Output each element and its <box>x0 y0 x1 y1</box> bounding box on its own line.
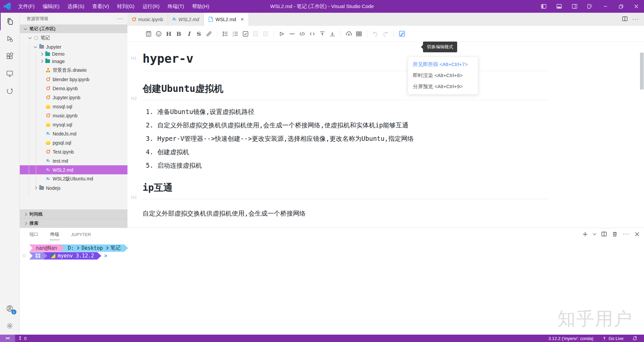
bullet-list-icon[interactable] <box>220 29 230 39</box>
terminal-dropdown-icon[interactable] <box>593 233 596 235</box>
close-button[interactable] <box>629 0 644 13</box>
python-interpreter-status[interactable]: 3.12.2 ('myenv': conda) <box>546 335 596 342</box>
menu-run[interactable]: 运行(R) <box>139 2 163 11</box>
close-panel-icon[interactable] <box>635 232 639 236</box>
h2-gutter-label: H2 <box>131 96 137 101</box>
split-terminal-icon[interactable] <box>601 232 607 236</box>
terminal-content[interactable]: nan@Nan D:Desktop笔记 myenv 3.12.2 > <box>20 240 644 260</box>
menu-view[interactable]: 查看(V) <box>89 2 112 11</box>
kill-terminal-icon[interactable] <box>612 232 617 237</box>
table-icon[interactable] <box>354 29 364 39</box>
insert-before-icon[interactable] <box>317 29 327 39</box>
path-separator-icon <box>60 244 64 252</box>
workspace-row[interactable]: 笔记 (工作区) <box>20 24 127 33</box>
prompt-chevron-icon: > <box>104 252 107 259</box>
prompt-path-segment: D:Desktop笔记 <box>64 244 124 252</box>
broadcast-icon <box>602 336 607 341</box>
dropdown-item-wysiwyg[interactable]: 所见即所得 <Alt+Ctrl+7> <box>408 59 478 70</box>
menu-file[interactable]: 文件(F) <box>15 2 38 11</box>
root-folder-icon <box>34 36 38 40</box>
code-block-icon[interactable] <box>297 29 307 39</box>
dropdown-item-ir[interactable]: 即时渲染 <Alt+Ctrl+8> <box>408 70 478 81</box>
panel-more-icon[interactable]: ··· <box>623 231 629 237</box>
explorer-icon[interactable] <box>0 13 20 30</box>
undo-icon[interactable] <box>370 29 380 39</box>
tab-ports[interactable]: 端口 <box>29 228 39 240</box>
insert-after-icon[interactable] <box>327 29 337 39</box>
upload-icon[interactable] <box>344 29 354 39</box>
ordered-list: 准备Ubuntu镜像,设置虚拟机路径 自定义外部虚拟交换机供虚拟机使用,会生成一… <box>157 108 549 170</box>
indent-guide <box>36 51 36 187</box>
menu-help[interactable]: 帮助(H) <box>189 2 213 11</box>
quote-icon[interactable] <box>277 29 287 39</box>
sidebar-more-icon[interactable]: ··· <box>117 16 123 22</box>
remote-indicator[interactable]: >< <box>0 335 15 342</box>
ipynb-icon <box>46 114 50 117</box>
ordered-list-icon[interactable]: 123 <box>230 29 240 39</box>
svg-text:3: 3 <box>233 35 234 37</box>
menu-goto[interactable]: 转到(G) <box>114 2 138 11</box>
run-debug-icon[interactable] <box>0 30 20 48</box>
editor-more-icon[interactable]: ··· <box>632 16 639 22</box>
tab-close-icon[interactable]: × <box>240 16 244 23</box>
tab-terminal[interactable]: 终端 <box>50 228 60 240</box>
markdown-toolbar: H B I S 123 <box>127 26 644 42</box>
tab-wsl2-md-active[interactable]: WSL2.md× <box>204 13 249 26</box>
remote-explorer-icon[interactable] <box>0 65 20 82</box>
indent-icon[interactable] <box>261 29 271 39</box>
bell-icon <box>632 336 637 341</box>
ports-status[interactable]: 0 <box>15 335 29 342</box>
timeline-section[interactable]: 时间线 <box>20 210 127 219</box>
layout-secondary-sidebar-icon[interactable] <box>567 0 582 13</box>
checklist-icon[interactable] <box>240 29 251 39</box>
save-icon[interactable] <box>144 29 154 39</box>
layout-customize-icon[interactable] <box>582 0 598 13</box>
notifications-bell[interactable] <box>630 335 640 342</box>
tree-item-folder[interactable]: Jupyter <box>20 42 127 51</box>
jupyter-icon[interactable] <box>0 82 20 100</box>
go-live-status[interactable]: Go Live <box>599 335 626 342</box>
layout-sidebar-toggle-icon[interactable] <box>536 0 551 13</box>
emoji-icon[interactable] <box>154 29 164 39</box>
title-bar: 文件(F) 编辑(E) 选择(S) 查看(V) 转到(G) 运行(R) 终端(T… <box>0 0 644 13</box>
new-terminal-icon[interactable] <box>583 232 588 237</box>
sql-icon <box>46 123 50 127</box>
line-icon[interactable] <box>287 29 297 39</box>
heading-h1-block: H1 hyper-v <box>143 52 549 71</box>
markdown-icon: M↓ <box>46 177 50 181</box>
ipynb-icon <box>46 150 50 154</box>
os-segment <box>33 252 43 260</box>
editor-scrollbar[interactable] <box>640 53 644 90</box>
strikethrough-icon[interactable]: S <box>194 29 204 39</box>
edit-mode-icon[interactable] <box>397 29 407 39</box>
python-icon <box>51 253 55 258</box>
tab-music-ipynb[interactable]: music.ipynb <box>127 13 168 26</box>
inline-code-icon[interactable] <box>307 29 317 39</box>
menu-terminal[interactable]: 终端(T) <box>164 2 187 11</box>
search-section[interactable]: 搜索 <box>20 219 127 228</box>
redo-icon[interactable] <box>380 29 390 39</box>
menu-edit[interactable]: 编辑(E) <box>39 2 63 11</box>
settings-gear-icon[interactable] <box>0 317 20 335</box>
menu-selection[interactable]: 选择(S) <box>64 2 88 11</box>
dropdown-item-sv[interactable]: 分屏预览 <Alt+Ctrl+9> <box>408 81 478 92</box>
markdown-content[interactable]: H1 hyper-v H2 创建Ubuntu虚拟机 准备Ubuntu镜像,设置虚… <box>127 42 639 228</box>
tree-item-folder[interactable]: 笔记 <box>20 33 127 42</box>
tab-jupyter[interactable]: JUPYTER <box>70 229 92 239</box>
tab-wsl2-md-preview[interactable]: M↓WSL2.md <box>168 13 204 26</box>
powerline-start-icon <box>29 244 33 252</box>
italic-icon[interactable]: I <box>184 29 194 39</box>
link-icon[interactable] <box>204 29 214 39</box>
bottom-panel: 端口 终端 JUPYTER ··· nan@Nan D:Desktop笔记 <box>20 228 644 335</box>
bold-icon[interactable]: B <box>174 29 184 39</box>
minimize-button[interactable] <box>598 0 613 13</box>
split-editor-icon[interactable] <box>622 16 628 22</box>
extensions-icon[interactable] <box>0 48 20 65</box>
layout-panel-toggle-icon[interactable] <box>551 0 567 13</box>
restore-button[interactable] <box>613 0 629 13</box>
indent-guide <box>29 42 29 196</box>
account-icon[interactable]: 1 <box>0 300 20 317</box>
outdent-icon[interactable] <box>251 29 261 39</box>
headings-icon[interactable]: H <box>164 29 174 39</box>
vscode-logo-icon <box>3 3 11 10</box>
